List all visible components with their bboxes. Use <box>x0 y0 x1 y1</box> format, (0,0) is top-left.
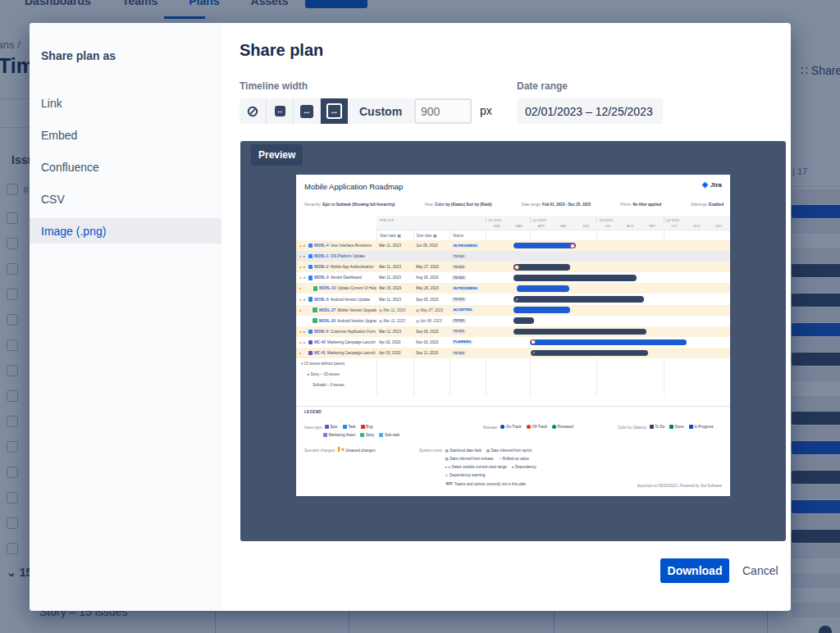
circle-slash-icon <box>247 106 258 117</box>
summary-row: Subtask – 0 issues <box>313 383 345 387</box>
warning-dot-icon <box>570 244 575 248</box>
gantt-bar <box>514 264 570 271</box>
sidebar-item-embed[interactable]: Embed <box>30 122 221 148</box>
task-type-icon <box>308 330 313 335</box>
task-type-icon <box>308 254 313 259</box>
column-header: Start date ▦ <box>380 230 401 240</box>
story-type-icon <box>313 286 318 291</box>
summary-row: ▸ Story – 15 issues <box>308 372 340 376</box>
meta-item: View: Color by (Status) Sort by (Rank) <box>424 203 491 207</box>
sidebar-heading: Share plan as <box>41 49 116 62</box>
roadmap-row-MOBL-3: ▲▾MOBL-3Vendor DashboardMar 11, 2023Aug … <box>296 272 730 283</box>
legend-group: Release:On-TrackOff-TrackReleased <box>483 417 578 432</box>
width-medium-icon: ↔ <box>300 105 313 118</box>
month-label: MAY <box>552 224 574 228</box>
roadmap-row-MOBL-5: ▲▾MOBL-5Android Version UpdateMar 11, 20… <box>296 294 730 305</box>
legend-group: Color by (Status):To DoDoneIn Progress <box>618 417 719 432</box>
gantt-bar <box>514 307 570 313</box>
column-header: Due date ▦ <box>417 230 436 240</box>
width-medium-button[interactable]: ↔ <box>294 98 321 124</box>
fields-group-header: FIELDS <box>380 218 394 222</box>
roadmap-table: FIELDS Q1 2023FEBMARQ2 2023APRMAYJUNQ3 2… <box>296 216 730 396</box>
task-type-icon <box>308 265 313 270</box>
width-small-button[interactable]: ↔ <box>267 98 294 124</box>
date-range-field[interactable]: 02/01/2023 – 12/25/2023 <box>517 98 663 124</box>
gantt-bar <box>517 285 569 292</box>
cancel-button[interactable]: Cancel <box>742 564 778 577</box>
month-label: NOV <box>686 224 708 228</box>
task-type-icon <box>308 244 313 248</box>
legend-group: Marketing AssetStorySub-task <box>323 426 404 440</box>
roadmap-row-MOBL-1: ▲▸MOBL-1iOS Platform UpdateTO DO <box>296 251 730 262</box>
month-label: AUG <box>619 224 641 228</box>
roadmap-row-MOBL-26: ▲MOBL-26Android Version Upgrade▦Mar 11, … <box>296 316 730 326</box>
timeline-width-segmented-control: ↔ ↔ ↔ Custom <box>240 98 413 124</box>
timeline-width-label: Timeline width <box>240 80 308 92</box>
warning-dot-icon <box>531 339 536 344</box>
gantt-bar <box>514 275 637 281</box>
roadmap-row-MC-42: ▲▸MC-42Marketing Campaign LaunchApr 02, … <box>296 337 730 348</box>
sidebar-item-link[interactable]: Link <box>30 90 221 116</box>
roadmap-row-MOBL-4: ▲▸MOBL-4User Interface RevisionsMar 11, … <box>296 240 730 251</box>
month-label: APR <box>530 224 552 228</box>
date-range-label: Date range <box>517 80 568 92</box>
width-value-input[interactable] <box>414 98 472 124</box>
task-type-icon <box>308 297 313 302</box>
width-small-icon: ↔ <box>275 106 285 116</box>
meta-item: Date range: Feb 01, 2023 - Dec 25, 2023 <box>522 203 591 207</box>
roadmap-row-MOBL-10: ▲MOBL-10Update Current UI HelpMar 15, 20… <box>296 283 730 294</box>
width-none-button[interactable] <box>240 98 267 124</box>
rolled-up-icon: ↗ <box>532 351 536 355</box>
month-label: MAR <box>508 224 530 228</box>
roadmap-meta-row: Hierarchy: Epic to Subtask (Showing full… <box>304 203 724 207</box>
share-plan-sidebar: Share plan as LinkEmbedConfluenceCSVImag… <box>30 23 221 611</box>
quarter-label: Q4 2023 <box>664 217 679 223</box>
epic-type-icon <box>308 340 313 345</box>
roadmap-row-MOBL-6: ▲▸MOBL-6Customer Application FormMar 11,… <box>296 326 730 337</box>
download-button[interactable]: Download <box>660 558 729 583</box>
meta-item: Filters: No filter applied <box>620 203 661 207</box>
quarter-label: Q2 2023 <box>530 217 546 223</box>
gantt-bar <box>514 243 576 249</box>
gantt-bar <box>530 339 687 346</box>
gantt-bar <box>514 317 534 324</box>
summary-row: ▾ 15 issues without parent <box>301 362 345 366</box>
sidebar-item-csv[interactable]: CSV <box>30 186 221 212</box>
legend-heading: LEGEND <box>304 410 322 414</box>
month-label: DEC <box>708 224 730 228</box>
screen: DashboardsTeamsPlansAssetsApps Create Pl… <box>0 0 840 633</box>
export-footer-line: Exported on 09/25/2023 | Powered by Jira… <box>637 484 722 488</box>
sidebar-item-confluence[interactable]: Confluence <box>30 154 221 180</box>
task-type-icon <box>308 276 313 280</box>
legend-divider <box>296 406 730 407</box>
sidebar-item-image-png[interactable]: Image (.png) <box>30 218 221 244</box>
gantt-bar: ↗ <box>514 296 644 303</box>
story-type-icon <box>313 318 317 323</box>
roadmap-row-MC-41: ▲MC-41Marketing Campaign LaunchApr 03, 2… <box>296 348 730 358</box>
month-label: SEP <box>641 224 664 228</box>
preview-badge: Preview <box>251 144 303 166</box>
meta-item: Warnings: Enabled <box>691 203 724 207</box>
width-large-icon: ↔ <box>326 103 342 119</box>
roadmap-row-MOBL-2: ▲▸MOBL-2Mobile App AuthenticationMar 11,… <box>296 262 730 272</box>
rolled-up-icon: ↗ <box>515 298 518 302</box>
epic-type-icon <box>308 351 313 356</box>
jira-logo: Jira <box>701 181 722 189</box>
roadmap-row-MOBL-27: ▲MOBL-27Mobile Version Upgrade▦Mar 11, 2… <box>296 305 730 316</box>
month-label: JUN <box>574 224 596 228</box>
preview-panel: Preview Mobile Application Roadmap Jira … <box>240 141 786 541</box>
system-icons-legend-line: System icons:EXTTeams and sprints curren… <box>419 473 531 488</box>
gantt-bar: ↗ <box>531 350 649 357</box>
width-custom-button[interactable]: Custom <box>348 98 413 124</box>
month-label: FEB <box>486 224 508 228</box>
width-large-button-selected[interactable]: ↔ <box>321 98 348 124</box>
story-type-icon <box>313 307 317 312</box>
share-plan-modal: Share plan as LinkEmbedConfluenceCSVImag… <box>30 23 791 611</box>
month-label: JUL <box>596 224 619 228</box>
roadmap-title: Mobile Application Roadmap <box>304 182 403 191</box>
column-header: Status <box>453 230 463 240</box>
jira-logo-icon <box>701 181 709 189</box>
roadmap-preview-image: Mobile Application Roadmap Jira Hierarch… <box>296 175 730 496</box>
quarter-label: Q3 2023 <box>596 217 612 223</box>
meta-item: Hierarchy: Epic to Subtask (Showing full… <box>304 203 395 207</box>
